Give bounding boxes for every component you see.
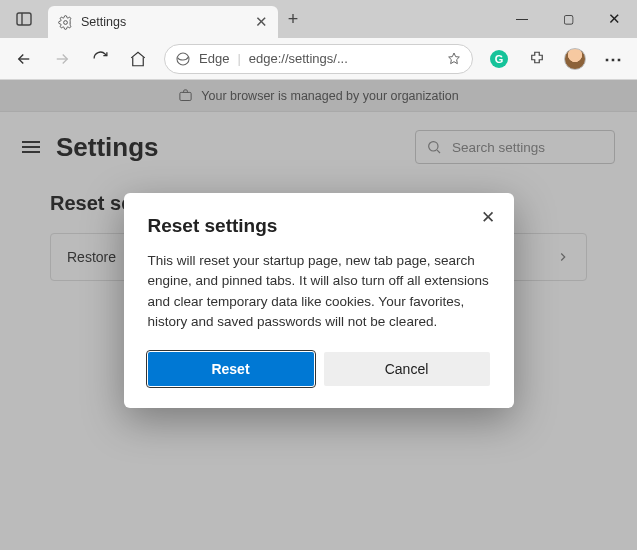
tab-actions-button[interactable] — [0, 0, 48, 38]
settings-header: Settings Search settings — [22, 130, 615, 164]
reset-settings-dialog: ✕ Reset settings This will reset your st… — [124, 193, 514, 408]
tab-title: Settings — [81, 15, 126, 29]
managed-info-bar: Your browser is managed by your organiza… — [0, 80, 637, 112]
search-placeholder: Search settings — [452, 140, 545, 155]
dialog-title: Reset settings — [148, 215, 490, 237]
tab-close-button[interactable]: ✕ — [253, 13, 270, 31]
new-tab-button[interactable]: + — [278, 0, 308, 38]
minimize-button[interactable]: — — [499, 0, 545, 38]
card-label: Restore — [67, 249, 116, 265]
svg-point-4 — [429, 142, 438, 151]
profile-button[interactable] — [557, 41, 593, 77]
favorite-icon[interactable] — [446, 51, 462, 67]
grammarly-extension-button[interactable]: G — [481, 41, 517, 77]
refresh-button[interactable] — [82, 41, 118, 77]
briefcase-icon — [178, 88, 193, 103]
page-title: Settings — [56, 132, 159, 163]
close-window-button[interactable]: ✕ — [591, 0, 637, 38]
cancel-button[interactable]: Cancel — [324, 352, 490, 386]
extensions-button[interactable] — [519, 41, 555, 77]
window-titlebar: Settings ✕ + — ▢ ✕ — [0, 0, 637, 38]
svg-point-1 — [64, 20, 68, 24]
avatar — [564, 48, 586, 70]
chevron-right-icon — [556, 250, 570, 264]
gear-icon — [58, 15, 73, 30]
grammarly-icon: G — [490, 50, 508, 68]
search-icon — [426, 139, 442, 155]
more-menu-button[interactable]: ⋯ — [595, 41, 631, 77]
home-button[interactable] — [120, 41, 156, 77]
address-separator: | — [237, 51, 240, 66]
svg-rect-0 — [17, 13, 31, 25]
forward-button[interactable] — [44, 41, 80, 77]
address-url: edge://settings/... — [249, 51, 438, 66]
managed-message: Your browser is managed by your organiza… — [201, 89, 458, 103]
dialog-close-button[interactable]: ✕ — [476, 205, 500, 229]
browser-toolbar: Edge | edge://settings/... G ⋯ — [0, 38, 637, 80]
edge-logo-icon — [175, 51, 191, 67]
dialog-button-row: Reset Cancel — [148, 352, 490, 386]
svg-rect-3 — [180, 92, 191, 100]
menu-button[interactable] — [22, 141, 42, 153]
maximize-button[interactable]: ▢ — [545, 0, 591, 38]
search-settings-input[interactable]: Search settings — [415, 130, 615, 164]
back-button[interactable] — [6, 41, 42, 77]
reset-button[interactable]: Reset — [148, 352, 314, 386]
window-controls: — ▢ ✕ — [499, 0, 637, 38]
browser-tab[interactable]: Settings ✕ — [48, 6, 278, 38]
dialog-body: This will reset your startup page, new t… — [148, 251, 490, 332]
extension-icon — [528, 50, 546, 68]
address-label: Edge — [199, 51, 229, 66]
address-bar[interactable]: Edge | edge://settings/... — [164, 44, 473, 74]
